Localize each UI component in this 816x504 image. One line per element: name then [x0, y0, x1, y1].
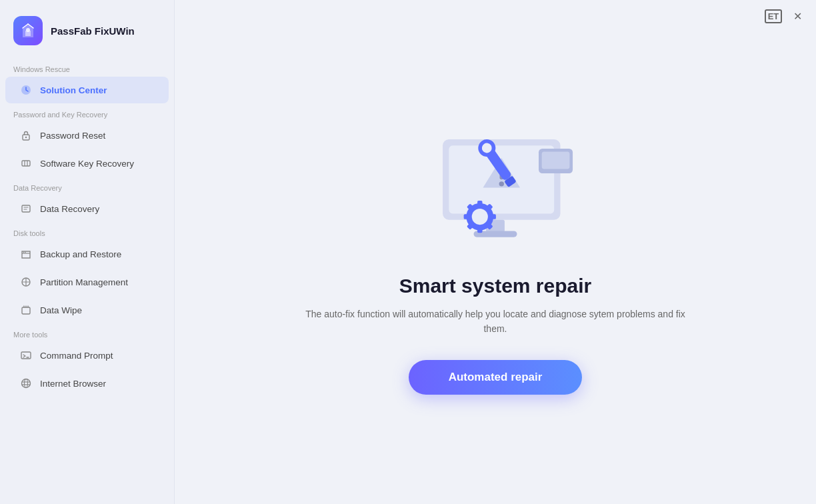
data-recovery-icon [19, 201, 33, 216]
svg-point-0 [26, 28, 30, 32]
sidebar-item-backup[interactable]: Backup and Restore [5, 241, 169, 267]
svg-point-10 [25, 252, 26, 253]
help-button[interactable]: ET [763, 5, 784, 27]
svg-point-2 [25, 137, 27, 138]
data-wipe-icon [19, 303, 33, 317]
solution-center-icon [19, 83, 33, 97]
close-button[interactable]: ✕ [787, 5, 808, 27]
password-key-label: Password and Key Recovery [0, 104, 174, 121]
software-key-icon [19, 156, 33, 171]
help-icon: ET [765, 9, 783, 23]
app-header: PassFab FixUWin [0, 0, 174, 59]
close-icon: ✕ [793, 10, 802, 23]
svg-rect-3 [22, 161, 30, 166]
sidebar-item-software-key[interactable]: Software Key Recovery [5, 150, 169, 177]
sidebar-item-data-wipe[interactable]: Data Wipe [5, 297, 169, 323]
windows-rescue-label: Windows Rescue [0, 59, 174, 76]
title-bar: ET ✕ [755, 0, 816, 32]
solution-center-label: Solution Center [40, 85, 107, 95]
app-title: PassFab FixUWin [51, 25, 135, 37]
main-title: Smart system repair [399, 275, 592, 297]
app-container: PassFab FixUWin Windows Rescue Solution … [0, 0, 816, 504]
data-recovery-label: Data Recovery [40, 204, 99, 214]
software-key-label: Software Key Recovery [40, 159, 134, 169]
backup-restore-label: Backup and Restore [40, 249, 121, 259]
internet-browser-label: Internet Browser [40, 379, 106, 389]
disk-tools-label: Disk tools [0, 223, 174, 240]
sidebar-item-data-recovery[interactable]: Data Recovery [5, 195, 169, 222]
svg-point-18 [22, 379, 31, 388]
partition-mgmt-label: Partition Management [40, 277, 128, 287]
automated-repair-button[interactable]: Automated repair [409, 360, 583, 395]
hero-illustration [409, 109, 582, 256]
svg-rect-38 [464, 214, 470, 219]
sidebar: PassFab FixUWin Windows Rescue Solution … [0, 0, 175, 504]
sidebar-item-command-prompt[interactable]: Command Prompt [5, 342, 169, 369]
svg-point-9 [23, 252, 25, 253]
svg-rect-36 [477, 227, 482, 233]
password-reset-label: Password Reset [40, 131, 105, 141]
password-reset-icon [19, 128, 33, 143]
sidebar-item-solution-center[interactable]: Solution Center [5, 77, 169, 103]
data-recovery-section-label: Data Recovery [0, 177, 174, 195]
more-tools-label: More tools [0, 324, 174, 341]
command-prompt-icon [19, 348, 33, 363]
main-description: The auto-fix function will automatically… [302, 307, 689, 337]
internet-browser-icon [19, 376, 33, 391]
svg-point-19 [25, 379, 28, 388]
command-prompt-label: Command Prompt [40, 351, 113, 361]
app-logo [13, 16, 43, 45]
svg-rect-16 [21, 352, 31, 359]
svg-rect-12 [22, 307, 30, 314]
data-wipe-label: Data Wipe [40, 305, 82, 315]
main-content: Smart system repair The auto-fix functio… [175, 0, 816, 504]
svg-rect-6 [22, 205, 30, 212]
svg-rect-37 [490, 214, 496, 219]
sidebar-item-partition[interactable]: Partition Management [5, 269, 169, 295]
svg-point-34 [472, 209, 488, 225]
sidebar-item-internet-browser[interactable]: Internet Browser [5, 370, 169, 397]
sidebar-item-password-reset[interactable]: Password Reset [5, 122, 169, 149]
backup-icon [19, 247, 33, 261]
partition-icon [19, 275, 33, 289]
svg-point-28 [499, 181, 504, 186]
svg-rect-44 [542, 151, 570, 169]
svg-rect-35 [477, 201, 482, 207]
